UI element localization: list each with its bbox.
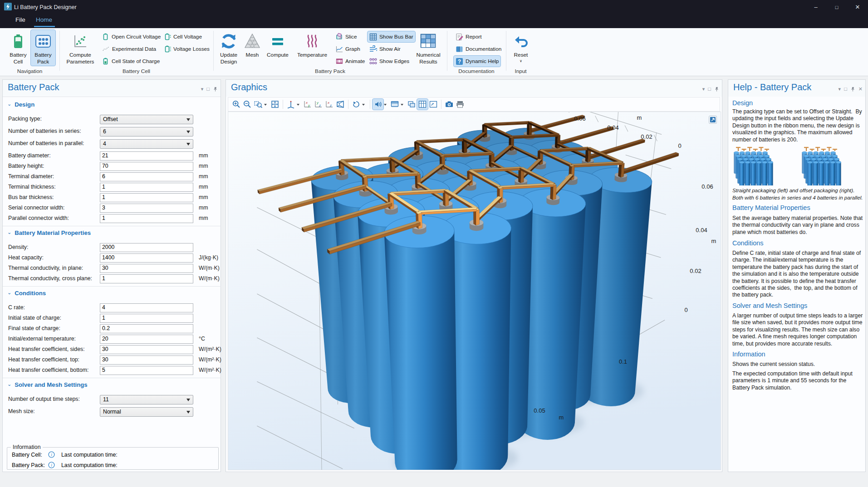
svg-text:0.04: 0.04 [607,124,618,131]
svg-text:0.02: 0.02 [641,133,652,140]
svg-text:0.05: 0.05 [534,407,545,414]
svg-text:0.06: 0.06 [574,115,585,122]
svg-text:m: m [637,114,642,121]
svg-text:0.02: 0.02 [690,268,701,274]
svg-text:z: z [319,103,321,107]
svg-text:i: i [51,463,52,468]
svg-text:y: y [308,103,310,107]
svg-text:0: 0 [684,307,687,313]
svg-text:0.06: 0.06 [701,183,713,190]
svg-text:m: m [559,414,564,421]
svg-text:0.04: 0.04 [696,227,707,234]
svg-text:0: 0 [433,468,436,470]
svg-text:?: ? [458,58,461,65]
svg-text:i: i [51,453,52,457]
svg-text:m: m [711,238,716,244]
svg-text:0.1: 0.1 [619,358,627,365]
svg-text:0: 0 [678,142,681,149]
svg-text:z: z [329,103,332,107]
